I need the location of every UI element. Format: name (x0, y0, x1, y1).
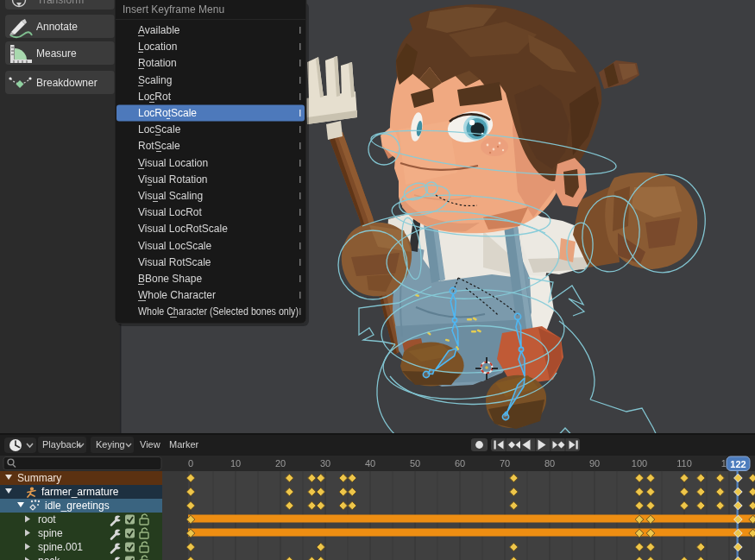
svg-text:neck: neck (38, 555, 60, 560)
svg-text:LocScale: LocScale (138, 123, 181, 135)
svg-text:LocRot: LocRot (138, 91, 172, 103)
svg-text:BBone Shape: BBone Shape (138, 273, 202, 285)
svg-text:Whole Character: Whole Character (138, 289, 216, 301)
svg-text:100: 100 (632, 458, 647, 469)
svg-text:spine: spine (38, 527, 63, 539)
svg-text:30: 30 (320, 458, 330, 469)
svg-text:Marker: Marker (169, 439, 199, 450)
svg-text:Visual Location: Visual Location (138, 157, 208, 169)
svg-text:Visual RotScale: Visual RotScale (138, 256, 211, 268)
svg-text:Available: Available (138, 24, 180, 36)
svg-text:Visual LocRotScale: Visual LocRotScale (138, 223, 228, 235)
svg-text:View: View (140, 439, 160, 450)
svg-text:10: 10 (230, 458, 241, 469)
svg-text:Annotate: Annotate (36, 21, 78, 33)
svg-text:Keying: Keying (96, 439, 125, 450)
svg-text:110: 110 (676, 458, 692, 469)
svg-text:Whole Character (Selected bone: Whole Character (Selected bones only) (138, 305, 299, 318)
svg-text:90: 90 (589, 458, 600, 469)
svg-text:122: 122 (730, 459, 746, 469)
svg-text:Location: Location (138, 41, 177, 53)
svg-text:root: root (38, 513, 56, 525)
svg-text:Visual Rotation: Visual Rotation (138, 173, 208, 186)
svg-text:20: 20 (275, 458, 286, 469)
svg-text:Visual Scaling: Visual Scaling (138, 190, 203, 202)
svg-text:Insert Keyframe Menu: Insert Keyframe Menu (123, 3, 224, 16)
svg-text:Transform: Transform (37, 0, 84, 6)
svg-text:70: 70 (500, 458, 510, 469)
svg-text:Summary: Summary (17, 472, 61, 484)
svg-text:idle_greetings: idle_greetings (45, 500, 110, 512)
svg-text:60: 60 (455, 458, 465, 469)
svg-text:Rotation: Rotation (138, 57, 177, 69)
svg-text:spine.001: spine.001 (38, 541, 83, 553)
svg-text:Scaling: Scaling (138, 74, 172, 86)
svg-text:farmer_armature: farmer_armature (41, 486, 119, 498)
svg-text:80: 80 (544, 458, 555, 469)
svg-text:Measure: Measure (36, 47, 77, 60)
svg-text:Playback: Playback (42, 439, 81, 450)
svg-text:Visual LocRot: Visual LocRot (138, 206, 202, 218)
svg-text:Visual LocScale: Visual LocScale (138, 240, 211, 252)
svg-text:40: 40 (365, 458, 375, 469)
svg-text:RotScale: RotScale (138, 140, 180, 152)
svg-text:Breakdowner: Breakdowner (36, 77, 98, 89)
svg-text:0: 0 (188, 458, 193, 469)
svg-text:50: 50 (410, 458, 420, 469)
svg-text:LocRotScale: LocRotScale (138, 107, 197, 119)
